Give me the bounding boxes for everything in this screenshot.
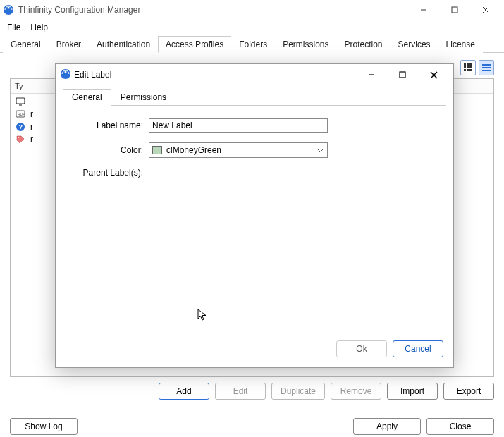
svg-point-24 <box>18 137 19 138</box>
edit-button: Edit <box>215 383 266 400</box>
help-globe-icon: ? <box>15 121 26 133</box>
menu-file[interactable]: File <box>3 21 25 34</box>
close-main-button[interactable]: Close <box>426 418 494 435</box>
label-name-input[interactable] <box>149 118 328 133</box>
dialog-body: General Permissions Label name: Color: c… <box>56 85 453 333</box>
svg-rect-3 <box>452 7 457 13</box>
list-header-type[interactable]: Ty <box>15 82 50 90</box>
label-name-label: Label name: <box>78 121 143 130</box>
tab-broker[interactable]: Broker <box>49 36 89 53</box>
svg-rect-12 <box>464 69 466 71</box>
app-title: Thinfinity Configuration Manager <box>18 5 140 15</box>
import-button[interactable]: Import <box>387 383 438 400</box>
parent-labels-label: Parent Label(s): <box>78 168 143 178</box>
svg-rect-9 <box>464 66 466 68</box>
dialog-tabs: General Permissions <box>63 88 446 106</box>
svg-point-26 <box>65 70 67 73</box>
list-icon <box>482 63 491 72</box>
dialog-tab-permissions[interactable]: Permissions <box>111 89 176 106</box>
list-view-button[interactable] <box>479 60 494 75</box>
svg-rect-13 <box>467 69 469 71</box>
tab-permissions[interactable]: Permissions <box>275 36 336 53</box>
tab-general[interactable]: General <box>3 36 49 53</box>
dialog-minimize-button[interactable] <box>356 65 387 85</box>
edit-label-dialog: Edit Label General Permissions Label nam… <box>55 63 454 368</box>
color-swatch-icon <box>152 146 162 154</box>
color-label: Color: <box>78 145 143 155</box>
menubar: File Help <box>0 20 504 34</box>
dialog-tab-general[interactable]: General <box>63 89 111 106</box>
tab-protection[interactable]: Protection <box>337 36 391 53</box>
dialog-title: Edit Label <box>74 70 111 80</box>
profile-actions: Add Edit Duplicate Remove Import Export <box>0 377 504 400</box>
svg-rect-7 <box>467 63 469 66</box>
main-titlebar: Thinfinity Configuration Manager <box>0 0 504 20</box>
menu-help[interactable]: Help <box>26 21 52 34</box>
dialog-close-button[interactable] <box>418 65 449 85</box>
svg-rect-18 <box>16 98 25 104</box>
rdp-icon: RDP <box>15 109 26 120</box>
duplicate-button: Duplicate <box>271 383 325 400</box>
window-controls <box>408 0 501 20</box>
minimize-button[interactable] <box>408 0 439 20</box>
tab-authentication[interactable]: Authentication <box>89 36 158 53</box>
svg-rect-6 <box>464 63 466 66</box>
dialog-icon <box>60 68 71 82</box>
dialog-maximize-button[interactable] <box>387 65 418 85</box>
svg-text:?: ? <box>19 123 23 130</box>
main-tabs: General Broker Authentication Access Pro… <box>0 35 504 53</box>
tag-icon <box>15 134 26 145</box>
color-select[interactable]: clMoneyGreen <box>149 142 328 158</box>
svg-rect-8 <box>469 63 472 66</box>
dialog-footer: Ok Cancel <box>56 333 453 367</box>
tab-license[interactable]: License <box>438 36 483 53</box>
export-button[interactable]: Export <box>443 383 494 400</box>
tab-services[interactable]: Services <box>391 36 438 53</box>
list-item-text: r <box>30 135 33 144</box>
remove-button: Remove <box>331 383 381 400</box>
tab-access-profiles[interactable]: Access Profiles <box>158 36 231 53</box>
svg-point-1 <box>8 7 10 9</box>
grid-icon <box>464 63 472 72</box>
svg-rect-10 <box>467 66 469 68</box>
grid-view-button[interactable] <box>460 60 476 75</box>
footer: Show Log Apply Close <box>0 400 504 437</box>
svg-rect-14 <box>469 69 472 71</box>
svg-rect-11 <box>469 66 472 68</box>
monitor-icon <box>15 96 26 107</box>
ok-button[interactable]: Ok <box>336 340 387 357</box>
dialog-form: Label name: Color: clMoneyGreen Parent L… <box>63 106 446 200</box>
color-value: clMoneyGreen <box>166 145 221 155</box>
add-button[interactable]: Add <box>159 383 209 400</box>
tab-folders[interactable]: Folders <box>231 36 275 53</box>
show-log-button[interactable]: Show Log <box>10 418 78 435</box>
cancel-button[interactable]: Cancel <box>393 340 443 357</box>
apply-button[interactable]: Apply <box>353 418 421 435</box>
close-button[interactable] <box>470 0 501 20</box>
maximize-button[interactable] <box>439 0 470 20</box>
svg-rect-28 <box>400 72 405 78</box>
app-icon <box>3 4 14 16</box>
list-item-text: r <box>30 122 33 132</box>
list-item-text: r <box>30 109 33 119</box>
dialog-titlebar: Edit Label <box>56 64 453 85</box>
chevron-down-icon <box>317 146 324 154</box>
svg-text:RDP: RDP <box>18 112 25 116</box>
